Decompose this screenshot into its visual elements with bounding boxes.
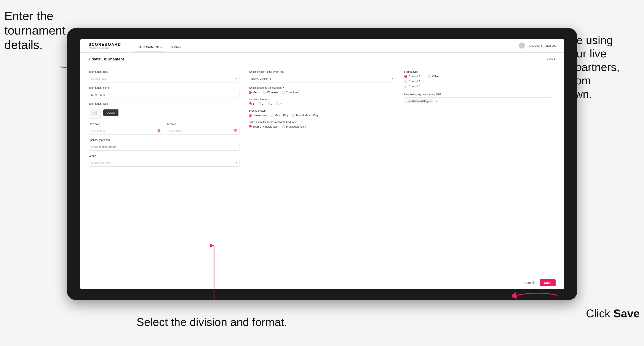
venue-group: Venue Search golf club ▾	[89, 155, 240, 167]
round-3[interactable]: 3	[267, 102, 272, 105]
scoring-group: Scoring system Stroke Play Match Play	[248, 109, 396, 117]
format-other[interactable]: Other	[428, 75, 440, 78]
scoring-medal-radio[interactable]	[292, 114, 295, 117]
scoring-stroke-radio[interactable]	[248, 114, 252, 117]
calendar-icon-2: 📅	[234, 129, 237, 133]
date-group: Start date Pick a date 📅 End date Pick a…	[89, 123, 240, 135]
live-scoring-remove-icon[interactable]: ×	[430, 100, 432, 103]
round-3-label: 3	[271, 102, 272, 105]
format-5count4-radio[interactable]	[404, 75, 407, 78]
gender-combined-radio[interactable]	[282, 91, 285, 94]
name-input[interactable]	[89, 91, 240, 98]
format-6count4[interactable]: 6 count 4	[404, 80, 420, 83]
brand-sub: Powered by Clippit	[89, 47, 121, 49]
format-6count5-radio[interactable]	[404, 85, 407, 88]
scoring-stroke[interactable]: Stroke Play	[248, 114, 267, 117]
start-date-input[interactable]: Pick a date 📅	[89, 127, 163, 135]
division-chevron-icon: ▾	[392, 77, 393, 80]
gender-mens[interactable]: Mens	[248, 91, 260, 94]
host-group: Tournament Host Search team ▾	[89, 70, 240, 82]
venue-input[interactable]: Search golf club ▾	[89, 159, 240, 167]
rounds-label: Number of rounds	[248, 98, 396, 101]
form-title: Create Tournament	[89, 57, 124, 61]
logo-group: Tournament logo Upload	[89, 102, 240, 119]
cancel-button[interactable]: Cancel	[521, 279, 538, 286]
brand-title: SCOREBOARD	[89, 42, 121, 47]
format-5count4-label: 5 count 4	[408, 75, 420, 78]
host-chevron-icon: ▾	[236, 77, 237, 80]
live-scoring-tag-text: Leaderboard King	[408, 100, 428, 103]
scoring-match-radio[interactable]	[270, 114, 274, 117]
rounds-group: Number of rounds 1 2	[248, 98, 396, 105]
format-other-radio[interactable]	[428, 75, 431, 78]
gender-combined[interactable]: Combined	[282, 91, 298, 94]
nav-teams[interactable]: TEAMS	[166, 45, 185, 52]
form-col-3: Format type 5 count 4 Other	[400, 70, 556, 271]
format-6count4-radio[interactable]	[404, 80, 407, 83]
format-row-1: 5 count 4 Other	[404, 75, 551, 78]
start-label: Start date	[89, 123, 163, 126]
live-scoring-input[interactable]: Leaderboard King × ▼	[404, 97, 551, 105]
round-4[interactable]: 4	[276, 102, 282, 105]
format-6count5[interactable]: 6 count 5	[404, 85, 420, 88]
live-scoring-dropdown-icon[interactable]: ▼	[435, 100, 438, 103]
format-6count4-label: 6 count 4	[408, 80, 420, 83]
venue-chevron-icon: ▾	[236, 161, 237, 164]
scoring-match[interactable]: Match Play	[270, 114, 288, 117]
round-2-radio[interactable]	[258, 102, 261, 105]
annotation-topleft: Enter the tournament details.	[4, 9, 66, 52]
round-3-radio[interactable]	[267, 102, 270, 105]
gender-radio-group: Mens Womens Combined	[248, 91, 396, 94]
gender-womens-radio[interactable]	[263, 91, 266, 94]
round-1[interactable]: 1	[248, 102, 254, 105]
back-button[interactable]: < Back	[547, 58, 556, 61]
format-row-3: 6 count 5	[404, 85, 551, 88]
live-scoring-tag: Leaderboard King ×	[406, 99, 434, 103]
event-individuals-radio[interactable]	[282, 125, 285, 128]
event-individuals-label: Individuals Only	[286, 125, 306, 128]
gender-womens[interactable]: Womens	[263, 91, 278, 94]
gender-womens-label: Womens	[267, 91, 278, 94]
start-placeholder: Pick a date	[91, 129, 157, 133]
gender-mens-radio[interactable]	[248, 91, 252, 94]
form-header: Create Tournament < Back	[80, 53, 564, 65]
format-options: 5 count 4 Other 6 count 4	[404, 75, 551, 88]
event-teams-radio[interactable]	[248, 125, 252, 128]
division-select[interactable]: NCAA Division I ▾	[248, 75, 396, 82]
round-2[interactable]: 2	[258, 102, 263, 105]
rounds-radio-group: 1 2 3 4	[248, 102, 396, 105]
main-nav: TOURNAMENTS TEAMS	[134, 39, 185, 52]
end-date-input[interactable]: Pick a date 📅	[166, 127, 240, 135]
scoring-label: Scoring system	[248, 109, 396, 112]
format-other-label: Other	[432, 75, 440, 78]
event-teams[interactable]: Teams (+Individuals)	[248, 125, 279, 128]
round-2-label: 2	[262, 102, 263, 105]
scoring-match-label: Match Play	[274, 114, 288, 117]
event-individuals[interactable]: Individuals Only	[282, 125, 306, 128]
signout-link[interactable]: Sign out	[545, 44, 556, 47]
form-body: Tournament Host Search team ▾ Tournament…	[80, 65, 564, 276]
logo-placeholder	[89, 107, 101, 119]
logo-label: Tournament logo	[89, 102, 240, 105]
division-value: NCAA Division I	[251, 77, 392, 80]
event-type-radio-group: Teams (+Individuals) Individuals Only	[248, 125, 396, 128]
scoring-radio-group: Stroke Play Match Play Medal Match Play	[248, 114, 396, 117]
upload-button[interactable]: Upload	[103, 109, 118, 116]
host-input[interactable]: Search team ▾	[89, 75, 240, 82]
round-1-label: 1	[253, 102, 254, 105]
nav-tournaments[interactable]: TOURNAMENTS	[134, 45, 166, 52]
host-label: Tournament Host	[89, 70, 240, 73]
round-1-radio[interactable]	[248, 102, 252, 105]
end-placeholder: Pick a date	[168, 129, 234, 133]
user-avatar	[519, 42, 525, 49]
event-type-group: Is this event for Teams and/or Individua…	[248, 121, 396, 128]
logo-upload-area: Upload	[89, 107, 240, 119]
save-button[interactable]: Save	[540, 279, 556, 286]
format-5count4[interactable]: 5 count 4	[404, 75, 420, 78]
sponsor-input[interactable]	[89, 143, 240, 151]
navbar-right: Test User | Sign out	[519, 42, 556, 49]
scoring-medal-match[interactable]: Medal Match Play	[292, 114, 318, 117]
form-col-2: Which division is the event for? NCAA Di…	[244, 70, 400, 271]
round-4-radio[interactable]	[276, 102, 279, 105]
save-bold: Save	[614, 307, 640, 320]
